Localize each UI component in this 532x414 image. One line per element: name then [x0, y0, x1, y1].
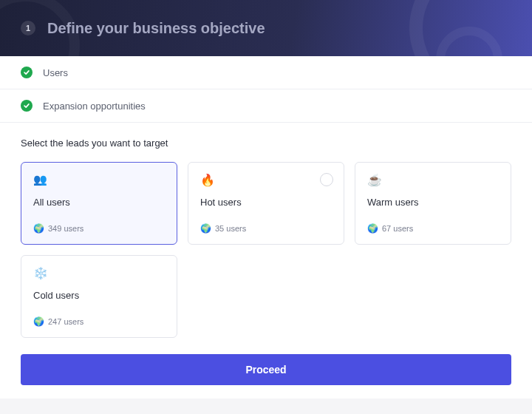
check-icon	[21, 100, 33, 112]
section-title: Select the leads you want to target	[21, 138, 511, 149]
card-meta-text: 247 users	[48, 317, 83, 326]
snowflake-icon: ❄️	[33, 266, 165, 282]
proceed-button[interactable]: Proceed	[21, 354, 511, 385]
page-header: 1 Define your business objective	[0, 0, 532, 56]
globe-icon: 🌍	[33, 316, 44, 327]
card-title: Hot users	[200, 197, 332, 208]
radio-unchecked-icon[interactable]	[320, 173, 333, 186]
card-meta: 🌍 247 users	[33, 316, 165, 327]
check-row-users[interactable]: Users	[0, 56, 532, 89]
card-meta: 🌍 349 users	[33, 223, 165, 234]
page-container: 1 Define your business objective Users E…	[0, 0, 532, 398]
users-icon: 👥	[33, 173, 165, 189]
card-hot-users[interactable]: 🔥 Hot users 🌍 35 users	[188, 162, 344, 245]
check-icon	[21, 67, 33, 78]
leads-section: Select the leads you want to target 👥 Al…	[0, 123, 532, 398]
step-badge: 1	[21, 21, 35, 35]
check-label: Users	[43, 67, 68, 78]
globe-icon: 🌍	[33, 223, 44, 234]
card-meta-text: 349 users	[48, 224, 83, 233]
card-title: All users	[33, 197, 165, 208]
cards-grid: 👥 All users 🌍 349 users 🔥 Hot users 🌍 35…	[21, 162, 511, 338]
card-title: Cold users	[33, 290, 165, 301]
fire-icon: 🔥	[200, 173, 332, 189]
page-title: Define your business objective	[47, 20, 265, 37]
card-title: Warm users	[367, 197, 499, 208]
card-meta: 🌍 67 users	[367, 223, 499, 234]
globe-icon: 🌍	[367, 223, 378, 234]
card-meta-text: 67 users	[382, 224, 413, 233]
coffee-icon: ☕	[367, 173, 499, 189]
card-meta: 🌍 35 users	[200, 223, 332, 234]
check-row-expansion[interactable]: Expansion opportunities	[0, 89, 532, 123]
globe-icon: 🌍	[200, 223, 211, 234]
check-label: Expansion opportunities	[43, 101, 146, 112]
card-warm-users[interactable]: ☕ Warm users 🌍 67 users	[355, 162, 511, 245]
card-all-users[interactable]: 👥 All users 🌍 349 users	[21, 162, 177, 245]
card-cold-users[interactable]: ❄️ Cold users 🌍 247 users	[21, 255, 177, 338]
card-meta-text: 35 users	[215, 224, 246, 233]
